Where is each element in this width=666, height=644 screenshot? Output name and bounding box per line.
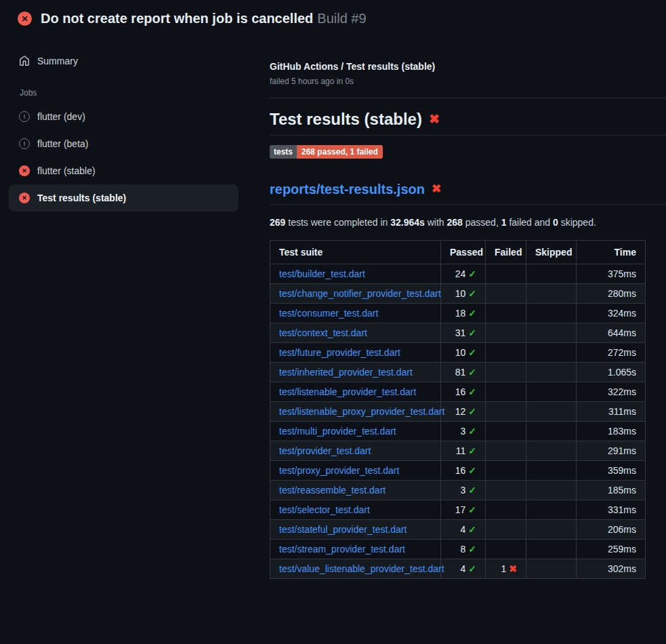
suite-cell: test/consumer_test.dart [270,304,441,323]
passed-cell: 24✓ [441,264,486,284]
alert-circle-icon: ! [19,111,30,122]
failed-count: 1 [501,217,507,228]
report-title-link[interactable]: reports/test-results.json [270,180,425,198]
suite-link[interactable]: test/reassemble_test.dart [279,485,386,496]
skipped-cell [526,323,577,343]
check-icon: ✓ [468,288,476,299]
table-row: test/multi_provider_test.dart3✓183ms [270,422,646,441]
passed-count: 31 [455,327,466,338]
suite-link[interactable]: test/inherited_provider_test.dart [279,367,413,378]
table-row: test/context_test.dart31✓644ms [270,323,646,343]
time-value: 324ms [577,304,646,323]
skipped-count: 0 [553,217,558,228]
check-icon: ✓ [468,485,476,496]
summary-label: Summary [37,56,78,66]
table-row: test/selector_test.dart17✓331ms [270,500,646,520]
passed-cell: 3✓ [441,481,486,500]
passed-cell: 10✓ [441,284,486,304]
run-title-line: Do not create report when job is cancell… [41,11,367,26]
suite-link[interactable]: test/selector_test.dart [279,504,370,515]
time-value: 359ms [577,461,646,481]
suite-cell: test/future_provider_test.dart [270,343,441,363]
passed-cell: 4✓ [441,559,486,579]
sidebar-item-test-results-stable[interactable]: ✕Test results (stable) [9,184,238,212]
suite-link[interactable]: test/stateful_provider_test.dart [279,524,407,535]
check-icon: ✓ [468,563,476,574]
suite-link[interactable]: test/listenable_provider_test.dart [279,386,416,397]
passed-count: 8 [460,544,465,555]
check-icon: ✓ [468,445,476,456]
failed-cell [486,264,526,284]
suite-link[interactable]: test/consumer_test.dart [279,308,378,319]
suite-link[interactable]: test/context_test.dart [279,327,367,338]
check-icon: ✓ [468,426,476,437]
passed-cell: 81✓ [441,363,486,382]
failed-cell [486,323,526,343]
time-value: 259ms [577,540,646,559]
failed-cell [486,461,526,481]
suite-link[interactable]: test/stream_provider_test.dart [279,544,405,555]
sidebar-item-flutter-beta[interactable]: !flutter (beta) [9,130,238,157]
time-value: 272ms [577,343,646,363]
column-header-time: Time [577,241,646,264]
sidebar-item-flutter-stable[interactable]: ✕flutter (stable) [9,157,238,184]
suite-link[interactable]: test/listenable_proxy_provider_test.dart [279,406,444,417]
sidebar: Summary Jobs !flutter (dev)!flutter (bet… [0,34,251,212]
section-title-row: Test results (stable) ✖ [270,109,666,136]
passed-cell: 12✓ [441,402,486,422]
suite-cell: test/change_notifier_provider_test.dart [270,284,441,304]
suite-link[interactable]: test/proxy_provider_test.dart [279,465,399,476]
failed-cell [486,363,526,382]
time-value: 185ms [577,481,646,500]
passed-cell: 16✓ [441,461,486,481]
passed-cell: 3✓ [441,422,486,441]
suite-cell: test/stateful_provider_test.dart [270,520,441,540]
time-value: 291ms [577,441,646,461]
passed-cell: 17✓ [441,500,486,520]
breadcrumb: GitHub Actions / Test results (stable) [270,60,666,73]
passed-count: 12 [455,406,466,417]
skipped-cell [526,264,577,284]
alert-circle-icon: ! [19,138,30,149]
sidebar-item-label: Test results (stable) [37,193,126,203]
passed-cell: 18✓ [441,304,486,323]
sidebar-item-label: flutter (dev) [37,111,85,122]
skipped-cell [526,481,577,500]
passed-count: 4 [460,524,465,535]
report-title-row: reports/test-results.json ✖ [270,180,666,205]
table-row: test/consumer_test.dart18✓324ms [270,304,646,323]
suite-link[interactable]: test/builder_test.dart [279,268,365,279]
column-header-skipped: Skipped [526,241,577,264]
time-value: 206ms [577,520,646,540]
passed-count: 3 [460,485,465,496]
skipped-cell [526,284,577,304]
home-icon [19,56,30,66]
sidebar-item-flutter-dev[interactable]: !flutter (dev) [9,103,238,130]
table-row: test/listenable_proxy_provider_test.dart… [270,402,646,422]
passed-count: 10 [455,288,466,299]
suite-link[interactable]: test/future_provider_test.dart [279,347,400,358]
failed-cell [486,540,526,559]
check-icon: ✓ [468,386,476,397]
results-table: Test suitePassedFailedSkippedTime test/b… [270,240,646,579]
suite-cell: test/reassemble_test.dart [270,481,441,500]
skipped-cell [526,500,577,520]
time-value: 375ms [577,264,646,284]
check-icon: ✓ [468,367,476,378]
time-value: 322ms [577,382,646,402]
total-count: 269 [270,217,285,228]
suite-link[interactable]: test/provider_test.dart [279,445,371,456]
run-header: ✕ Do not create report when job is cance… [0,0,666,34]
table-row: test/proxy_provider_test.dart16✓359ms [270,461,646,481]
failed-cell [486,343,526,363]
suite-link[interactable]: test/value_listenable_provider_test.dart [279,563,444,574]
suite-link[interactable]: test/change_notifier_provider_test.dart [279,288,441,299]
skipped-cell [526,461,577,481]
x-icon: ✖ [509,563,517,574]
passed-count: 11 [456,445,466,456]
check-icon: ✓ [468,524,476,535]
sidebar-item-summary[interactable]: Summary [9,52,238,71]
suite-link[interactable]: test/multi_provider_test.dart [279,426,396,437]
time-value: 644ms [577,323,646,343]
check-icon: ✓ [468,465,476,476]
